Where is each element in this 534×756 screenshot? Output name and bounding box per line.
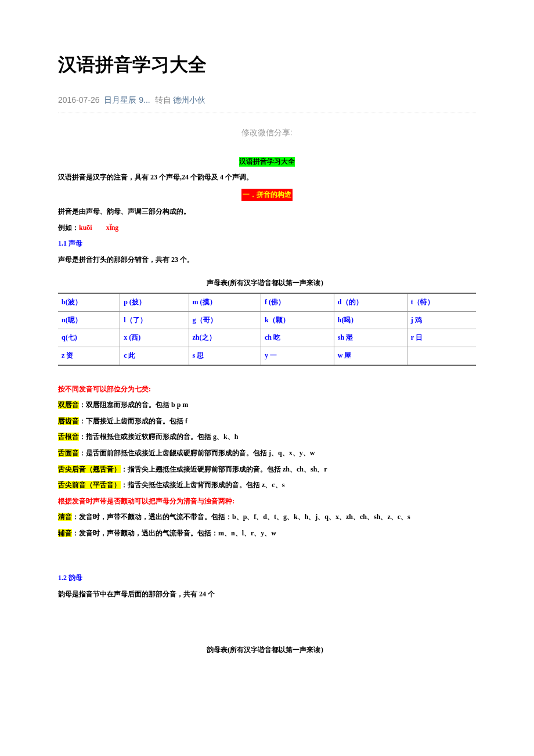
- table-cell: sh 湿: [334, 329, 407, 347]
- table-cell: y 一: [261, 347, 334, 365]
- table-row: z 资 c 此 s 思 y 一 w 屋: [58, 347, 476, 365]
- category-label: 舌面音: [58, 449, 79, 457]
- category-text: ：指舌根抵住或接近软腭而形成的音。包括 g、k、h: [79, 433, 238, 441]
- category-text: ：是舌面前部抵住或接近上齿龈或硬腭前部而形成的音。包括 j、q、x、y、w: [79, 449, 315, 457]
- table-row: n(呢） l（了） g（哥） k（颗） h(喝） j 鸡: [58, 311, 476, 329]
- section-1-1-body: 声母是拼音打头的那部分辅音，共有 23 个。: [58, 254, 476, 267]
- repost-label: 转自: [155, 95, 171, 105]
- yunmu-table-caption: 韵母表(所有汉字谐音都以第一声来读）: [58, 644, 476, 657]
- table-cell: n(呢）: [58, 311, 120, 329]
- page-title: 汉语拼音学习大全: [58, 52, 476, 78]
- table-cell: p (披）: [120, 293, 189, 311]
- section-1-2-body: 韵母是指音节中在声母后面的那部分音，共有 24 个: [58, 588, 476, 601]
- category-item: 双唇音：双唇阻塞而形成的音。包括 b p m: [58, 399, 476, 412]
- table-cell: x (西): [120, 329, 189, 347]
- table-cell: c 此: [120, 347, 189, 365]
- table-cell: zh(之）: [189, 329, 261, 347]
- example-prefix: 例如：: [58, 224, 79, 232]
- voice-text: ：发音时，声带不颤动，透出的气流不带音。包括：b、p、f、d、t、g、k、h、j…: [72, 513, 410, 521]
- table-cell: z 资: [58, 347, 120, 365]
- table-cell: [407, 347, 476, 365]
- table-cell: b(波）: [58, 293, 120, 311]
- category-label: 双唇音: [58, 401, 79, 409]
- table-cell: w 屋: [334, 347, 407, 365]
- table-cell: f (佛）: [261, 293, 334, 311]
- section-1-intro: 拼音是由声母、韵母、声调三部分构成的。: [58, 206, 476, 218]
- category-item: 舌根音：指舌根抵住或接近软腭而形成的音。包括 g、k、h: [58, 431, 476, 444]
- category-item: 舌尖前音（平舌音）：指舌尖抵住或接近上齿背而形成的音。包括 z、c、s: [58, 479, 476, 492]
- category-header: 按不同发音可以部位分为七类:: [58, 383, 476, 396]
- voice-header: 根据发音时声带是否颤动可以把声母分为清音与浊音两种:: [58, 495, 476, 508]
- table-row: b(波） p (披） m (摸） f (佛） d（的） t（特）: [58, 293, 476, 311]
- category-label: 舌尖前音（平舌音）: [58, 481, 121, 489]
- shengmu-table: b(波） p (披） m (摸） f (佛） d（的） t（特） n(呢） l（…: [58, 293, 476, 365]
- post-author[interactable]: 日月星辰 9...: [104, 95, 150, 105]
- table-cell: d（的）: [334, 293, 407, 311]
- voice-item: 辅音：发音时，声带颤动，透出的气流带音。包括：m、n、l、r、y、w: [58, 527, 476, 540]
- section-1-2-header: 1.2 韵母: [58, 572, 476, 585]
- section-1-1-header: 1.1 声母: [58, 237, 476, 250]
- table-cell: m (摸）: [189, 293, 261, 311]
- voice-label: 清音: [58, 513, 72, 521]
- voice-text: ：发音时，声带颤动，透出的气流带音。包括：m、n、l、r、y、w: [72, 529, 276, 537]
- table-cell: t（特）: [407, 293, 476, 311]
- table-cell: g（哥）: [189, 311, 261, 329]
- category-text: ：指舌尖抵住或接近上齿背而形成的音。包括 z、c、s: [121, 481, 284, 489]
- category-text: ：指舌尖上翘抵住或接近硬腭前部而形成的音。包括 zh、ch、sh、r: [121, 465, 327, 473]
- category-label: 舌尖后音（翘舌音）: [58, 465, 121, 473]
- share-label: 修改微信分享:: [58, 128, 476, 138]
- table-cell: s 思: [189, 347, 261, 365]
- table-cell: j 鸡: [407, 311, 476, 329]
- table-row: q(七) x (西) zh(之） ch 吃 sh 湿 r 日: [58, 329, 476, 347]
- voice-label: 辅音: [58, 529, 72, 537]
- intro-text: 汉语拼音是汉字的注音，具有 23 个声母,24 个韵母及 4 个声调。: [58, 171, 476, 184]
- repost-source[interactable]: 德州小伙: [173, 95, 205, 105]
- example-pinyin: kuōi xǐng: [79, 224, 118, 232]
- meta-row: 2016-07-26 日月星辰 9... 转自 德州小伙: [58, 95, 476, 106]
- category-item: 舌尖后音（翘舌音）：指舌尖上翘抵住或接近硬腭前部而形成的音。包括 zh、ch、s…: [58, 463, 476, 476]
- category-label: 舌根音: [58, 433, 79, 441]
- category-item: 舌面音：是舌面前部抵住或接近上齿龈或硬腭前部而形成的音。包括 j、q、x、y、w: [58, 447, 476, 460]
- category-text: ：双唇阻塞而形成的音。包括 b p m: [79, 401, 188, 409]
- shengmu-table-caption: 声母表(所有汉字谐音都以第一声来读）: [58, 277, 476, 290]
- table-cell: k（颗）: [261, 311, 334, 329]
- table-cell: r 日: [407, 329, 476, 347]
- table-cell: ch 吃: [261, 329, 334, 347]
- table-cell: q(七): [58, 329, 120, 347]
- divider: [58, 113, 476, 113]
- voice-item: 清音：发音时，声带不颤动，透出的气流不带音。包括：b、p、f、d、t、g、k、h…: [58, 511, 476, 524]
- category-text: ：下唇接近上齿而形成的音。包括 f: [79, 417, 187, 425]
- post-date: 2016-07-26: [58, 95, 100, 105]
- category-item: 唇齿音：下唇接近上齿而形成的音。包括 f: [58, 415, 476, 428]
- table-cell: h(喝）: [334, 311, 407, 329]
- section-1-banner: 一．拼音的构造: [241, 189, 293, 201]
- example-row: 例如：kuōi xǐng: [58, 222, 476, 235]
- category-label: 唇齿音: [58, 417, 79, 425]
- table-cell: l（了）: [120, 311, 189, 329]
- document-title: 汉语拼音学习大全: [239, 157, 295, 167]
